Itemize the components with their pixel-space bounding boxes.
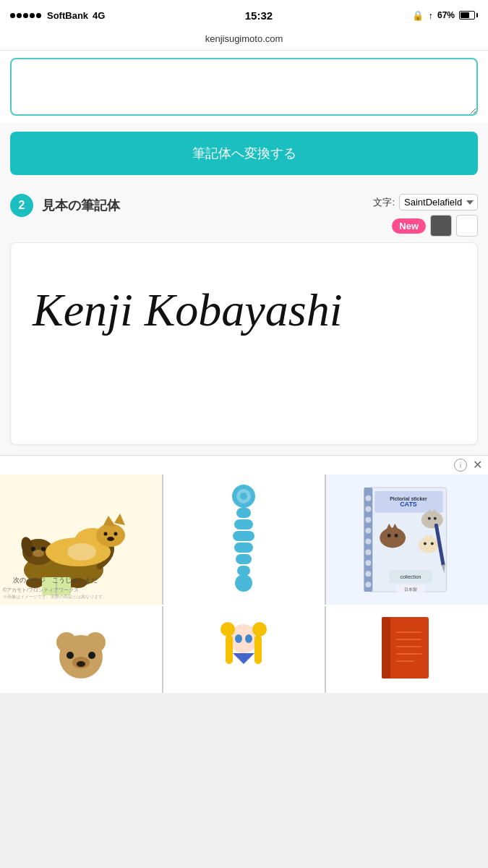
input-section [0, 51, 488, 123]
svg-point-59 [424, 542, 427, 545]
svg-rect-25 [236, 508, 251, 518]
signal-icon [10, 13, 41, 18]
svg-point-18 [107, 537, 114, 541]
status-bar: SoftBank 4G 15:32 🔒 ↑ 67% [0, 0, 488, 30]
notebook-svg [378, 613, 436, 686]
convert-btn-section: 筆記体へ変換する [0, 123, 488, 184]
svg-point-54 [388, 534, 391, 537]
status-right: 🔒 ↑ 67% [412, 10, 478, 21]
time-label: 15:32 [245, 9, 273, 22]
svg-rect-27 [233, 531, 254, 541]
products-grid-bottom [0, 606, 488, 693]
svg-rect-77 [226, 635, 233, 664]
svg-point-41 [366, 571, 372, 576]
svg-point-36 [366, 517, 372, 523]
svg-rect-78 [254, 635, 262, 664]
ads-section: i ✕ [0, 455, 488, 693]
lock-icon: 🔒 [412, 10, 424, 21]
svg-text:日本製: 日本製 [404, 587, 417, 592]
ad-close-button[interactable]: ✕ [473, 459, 482, 471]
url-bar[interactable]: kenjisugimoto.com [0, 30, 488, 51]
svg-rect-89 [396, 660, 414, 662]
svg-point-76 [252, 622, 267, 637]
network-label: 4G [93, 10, 105, 21]
status-left: SoftBank 4G [10, 10, 105, 21]
ad-info-icon[interactable]: i [454, 459, 467, 472]
svg-point-19 [67, 543, 96, 561]
white-color-swatch[interactable] [456, 215, 478, 237]
svg-point-13 [96, 524, 125, 547]
section-number: 2 [10, 194, 33, 217]
svg-rect-30 [237, 566, 250, 576]
battery-label: 67% [437, 10, 455, 20]
svg-point-69 [85, 632, 106, 652]
svg-point-49 [428, 517, 431, 520]
svg-rect-29 [236, 554, 252, 564]
svg-rect-28 [234, 542, 253, 553]
color-row: New [392, 215, 478, 237]
svg-marker-15 [114, 514, 125, 525]
page-content: 筆記体へ変換する 2 見本の筆記体 文字: SaintDelafield Sac… [0, 51, 488, 693]
animal-product-text: 次のページ こうじゃ まだ ©アカモト/フロンティアワークス ※画像はイメージで… [3, 576, 107, 600]
ad-info-bar: i ✕ [0, 456, 488, 475]
bottom-product-3[interactable] [326, 606, 488, 693]
svg-point-16 [104, 532, 108, 536]
product-toy-cell[interactable] [163, 475, 325, 605]
section-controls: 文字: SaintDelafield Sacramento GreatVibes… [373, 194, 478, 237]
text-input[interactable] [10, 58, 478, 116]
svg-rect-87 [396, 646, 421, 647]
font-selector-row: 文字: SaintDelafield Sacramento GreatVibes… [373, 194, 478, 210]
battery-icon [459, 11, 478, 20]
svg-rect-86 [396, 639, 421, 640]
svg-text:collection: collection [401, 574, 421, 579]
product-animals: 次のページ こうじゃ まだ ©アカモト/フロンティアワークス ※画像はイメージで… [0, 475, 162, 605]
svg-point-70 [67, 652, 74, 659]
svg-rect-88 [396, 653, 421, 655]
svg-marker-14 [103, 516, 116, 527]
svg-point-68 [56, 632, 77, 652]
toy-svg [215, 482, 273, 597]
svg-point-38 [366, 539, 372, 545]
svg-point-35 [366, 506, 372, 512]
svg-point-34 [366, 495, 372, 501]
products-grid: 次のページ こうじゃ まだ ©アカモト/フロンティアワークス ※画像はイメージで… [0, 475, 488, 605]
svg-point-31 [235, 574, 252, 592]
svg-point-39 [366, 549, 372, 555]
location-icon: ↑ [428, 10, 433, 21]
svg-point-37 [366, 528, 372, 534]
product-animals-cell[interactable]: 次のページ こうじゃ まだ ©アカモト/フロンティアワークス ※画像はイメージで… [0, 475, 162, 605]
section-title: 見本の筆記体 [42, 194, 120, 217]
svg-point-50 [434, 517, 437, 520]
svg-rect-26 [234, 519, 253, 529]
font-select[interactable]: SaintDelafield Sacramento GreatVibes Pac… [399, 194, 478, 210]
svg-point-17 [114, 532, 118, 536]
font-label: 文字: [373, 196, 395, 209]
product-toy [163, 475, 325, 605]
carrier-label: SoftBank [47, 10, 88, 21]
svg-point-79 [235, 634, 242, 643]
svg-rect-85 [396, 631, 421, 633]
svg-point-75 [221, 622, 235, 637]
bottom-product-1[interactable] [0, 606, 162, 693]
dark-color-swatch[interactable] [430, 215, 452, 237]
product-cats-cell[interactable]: Pictorial sticker CATS [326, 475, 488, 605]
cats-svg: Pictorial sticker CATS [360, 480, 454, 599]
svg-point-40 [366, 560, 372, 566]
svg-point-42 [366, 582, 372, 587]
svg-text:Kenji Kobayashi: Kenji Kobayashi [32, 284, 342, 336]
svg-point-55 [395, 534, 398, 537]
handwriting-svg: Kenji Kobayashi [25, 260, 445, 347]
sailor-svg [207, 613, 280, 686]
handwriting-preview: Kenji Kobayashi [25, 260, 445, 358]
convert-button[interactable]: 筆記体へ変換する [10, 132, 478, 175]
svg-text:CATS: CATS [400, 501, 417, 508]
url-text: kenjisugimoto.com [205, 33, 283, 44]
svg-point-80 [245, 634, 252, 643]
svg-point-60 [431, 542, 434, 545]
new-badge: New [392, 218, 426, 234]
bear-svg [45, 613, 117, 686]
svg-point-51 [380, 528, 406, 548]
section2-header: 2 見本の筆記体 文字: SaintDelafield Sacramento G… [0, 184, 488, 242]
bottom-product-2[interactable] [163, 606, 325, 693]
preview-area: Kenji Kobayashi [10, 242, 478, 445]
